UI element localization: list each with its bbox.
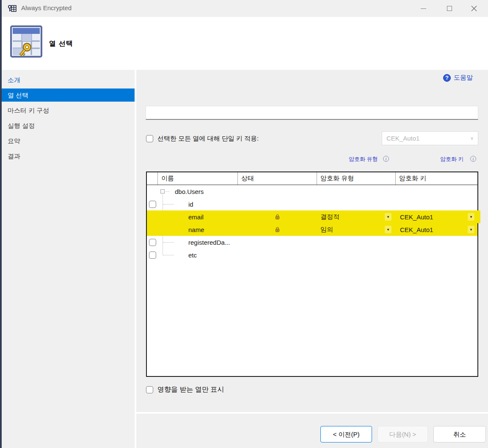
close-icon [471, 6, 477, 11]
column-name: id [158, 201, 238, 208]
grid-body: dbo.Users id email 결정적 [147, 185, 477, 376]
apply-single-key-label: 선택한 모든 열에 대해 단일 키 적용: [157, 135, 259, 143]
grid-header-state[interactable]: 상태 [238, 172, 317, 185]
sidebar-item-summary[interactable]: 요약 [2, 133, 135, 149]
help-icon: ? [443, 74, 451, 82]
sidebar-item-results[interactable]: 결과 [2, 149, 135, 164]
next-button[interactable]: 다음(N) > [378, 426, 428, 442]
column-name: registeredDa... [158, 239, 238, 246]
single-key-dropdown[interactable]: CEK_Auto1 ∨ [382, 131, 478, 145]
encryption-type-dropdown[interactable]: ▾ [385, 213, 392, 221]
encryption-key-info-icon[interactable]: i [470, 156, 476, 162]
grid-header-encryption-key[interactable]: 암호화 키 [396, 172, 477, 185]
close-button[interactable] [464, 0, 484, 17]
column-help-links: 암호화 유형 i 암호화 키 i [136, 155, 488, 164]
table-key-icon [9, 25, 43, 58]
sidebar-item-intro[interactable]: 소개 [2, 72, 135, 88]
main-panel: ? 도움말 선택한 모든 열에 대해 단일 키 적용: CEK_Auto1 ∨ … [136, 70, 488, 412]
title-bar: Always Encrypted [2, 0, 488, 17]
grid-header-name[interactable]: 이름 [158, 172, 238, 185]
maximize-button[interactable] [440, 0, 459, 17]
maximize-icon [447, 6, 452, 11]
help-label: 도움말 [454, 74, 473, 82]
column-row-etc[interactable]: etc [147, 249, 477, 261]
show-affected-only-checkbox[interactable] [146, 386, 153, 393]
minimize-button[interactable] [414, 0, 433, 17]
minimize-icon [421, 8, 426, 9]
encryption-key-value: CEK_Auto1 [400, 226, 433, 233]
grid-header-row: 이름 상태 암호화 유형 암호화 키 [147, 172, 477, 185]
columns-grid: 이름 상태 암호화 유형 암호화 키 dbo.Users id [146, 171, 478, 377]
lock-icon [275, 214, 280, 220]
column-name: name [158, 226, 238, 233]
column-filter-input[interactable] [146, 106, 478, 120]
column-name: email [158, 213, 238, 221]
cancel-button[interactable]: 취소 [433, 426, 486, 442]
sidebar-item-run-settings[interactable]: 실행 설정 [2, 118, 135, 133]
previous-button[interactable]: < 이전(P) [320, 426, 372, 442]
column-row-email[interactable]: email 결정적 ▾ CEK_Auto1 ▾ [147, 210, 480, 223]
wizard-steps-sidebar: 소개 열 선택 마스터 키 구성 실행 설정 요약 결과 [2, 70, 135, 448]
wizard-header: 열 선택 [2, 17, 488, 70]
grid-header-encryption-type[interactable]: 암호화 유형 [317, 172, 396, 185]
encryption-type-link[interactable]: 암호화 유형 [349, 155, 378, 163]
lock-icon [275, 227, 280, 232]
column-row-name[interactable]: name 임의 ▾ CEK_Auto1 ▾ [147, 223, 477, 236]
page-title: 열 선택 [49, 39, 73, 48]
column-name: etc [158, 252, 238, 259]
column-checkbox[interactable] [149, 252, 156, 259]
tree-collapse-icon[interactable] [160, 189, 165, 194]
show-affected-only-label: 영향을 받는 열만 표시 [157, 385, 224, 394]
table-name: dbo.Users [147, 188, 204, 195]
column-checkbox[interactable] [149, 239, 156, 246]
encryption-key-dropdown[interactable]: ▾ [468, 213, 474, 221]
encryption-key-value: CEK_Auto1 [400, 213, 433, 221]
column-row-registeredDate[interactable]: registeredDa... [147, 236, 477, 249]
encryption-type-info-icon[interactable]: i [383, 156, 389, 162]
encryption-key-dropdown[interactable]: ▾ [468, 226, 474, 233]
app-icon [8, 4, 17, 13]
apply-single-key-checkbox[interactable] [146, 135, 153, 142]
grid-header-checkbox-col [147, 172, 158, 185]
encryption-type-dropdown[interactable]: ▾ [385, 226, 392, 233]
encryption-key-link[interactable]: 암호화 키 [440, 155, 464, 163]
table-row[interactable]: dbo.Users [147, 185, 477, 198]
help-link[interactable]: ? 도움말 [443, 74, 473, 82]
column-row-id[interactable]: id [147, 198, 477, 210]
sidebar-item-master-key[interactable]: 마스터 키 구성 [2, 103, 135, 118]
single-key-dropdown-value: CEK_Auto1 [386, 135, 470, 142]
window-title: Always Encrypted [21, 4, 72, 11]
column-checkbox[interactable] [149, 201, 156, 208]
encryption-type-value: 임의 [320, 226, 333, 234]
encryption-type-value: 결정적 [320, 213, 339, 221]
sidebar-item-column-selection[interactable]: 열 선택 [2, 88, 135, 102]
footer-bar: < 이전(P) 다음(N) > 취소 [136, 414, 488, 448]
chevron-down-icon: ∨ [470, 136, 474, 141]
